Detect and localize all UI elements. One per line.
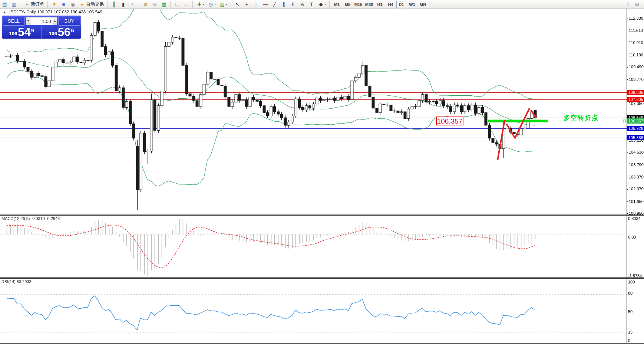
axis-tick-mark xyxy=(627,213,628,214)
price-tick: 103.790 xyxy=(629,163,644,167)
rsi-axis-label: 0 xyxy=(628,338,630,343)
date-axis[interactable]: 16 Jan 202026 Jan 20204 Feb 202013 Feb 2… xyxy=(0,344,644,351)
axis-tick-mark xyxy=(627,79,628,80)
macd-axis-label: -1.5784 xyxy=(628,273,642,278)
chart-title: ▲USDJPY-,Daily 106.971 107.032 106.428 1… xyxy=(3,10,102,14)
mt4-window: ▤▥＋新订单▼☻◉●自动交易║▮≈⊕⊖▦∟∟✚▾◷▾▨▾↖＋|—╱∥FAT◆▾M… xyxy=(0,0,644,351)
volume-up-button[interactable]: ▲ xyxy=(53,17,57,25)
price-annotation-box[interactable]: 106.357 xyxy=(436,117,463,125)
rsi-caption: RSI(14) 53.2933 xyxy=(1,279,32,284)
chart-canvas[interactable] xyxy=(0,0,644,351)
axis-tick-mark xyxy=(627,67,628,68)
price-label-105.926: 105.926 xyxy=(627,126,644,131)
rsi-axis-label: 15 xyxy=(628,330,633,334)
rsi-axis-label: 50 xyxy=(628,309,633,314)
price-tick: 101.650 xyxy=(629,199,644,204)
price-label-108.035: 108.035 xyxy=(627,90,644,95)
buy-price[interactable]: 106566 xyxy=(42,26,82,39)
price-tick: 102.370 xyxy=(629,187,644,191)
price-tick: 110.910 xyxy=(629,40,643,45)
macd-caption: MACD(12,26,9) -0.0310 -0.2648 xyxy=(1,216,60,221)
volume-down-button[interactable]: ▼ xyxy=(26,17,30,25)
price-tick: 103.070 xyxy=(629,175,644,179)
price-label-105.388: 105.388 xyxy=(627,135,644,140)
price-label-106.357: 106.357 xyxy=(627,118,644,124)
price-tick: 111.610 xyxy=(629,28,643,33)
rsi-axis-label: 80 xyxy=(628,291,633,295)
axis-tick-mark xyxy=(627,152,628,153)
axis-tick-mark xyxy=(627,43,628,43)
price-tick: 108.770 xyxy=(629,77,644,82)
sell-button[interactable]: SELL xyxy=(3,17,25,26)
axis-tick-mark xyxy=(627,189,628,190)
collapse-arrow-icon[interactable]: ▲ xyxy=(3,10,6,14)
axis-tick-mark xyxy=(627,104,628,104)
sell-price[interactable]: 106549 xyxy=(2,26,42,39)
macd-axis-label: 0.00 xyxy=(628,235,636,239)
turning-point-label[interactable]: 多空转折点 xyxy=(564,114,599,122)
chart-title-text: USDJPY-,Daily 106.971 107.032 106.428 10… xyxy=(7,10,102,14)
axis-tick-mark xyxy=(627,55,628,55)
buy-button[interactable]: BUY xyxy=(58,17,80,26)
price-tick: 100.950 xyxy=(629,211,644,216)
axis-tick-mark xyxy=(627,201,628,202)
rsi-axis-label: 100 xyxy=(628,280,635,284)
volume-input[interactable] xyxy=(30,17,53,25)
price-tick: 110.190 xyxy=(629,53,643,57)
price-tick: 104.510 xyxy=(629,150,644,154)
axis-tick-mark xyxy=(627,177,628,177)
axis-tick-mark xyxy=(627,31,628,31)
one-click-trading-panel: SELL ▼ ▲ BUY 106549 106566 xyxy=(2,16,81,39)
axis-tick-mark xyxy=(627,165,628,165)
axis-tick-mark xyxy=(627,141,628,141)
price-tick: 109.490 xyxy=(629,65,644,69)
price-label-107.605: 107.605 xyxy=(627,97,644,102)
axis-tick-mark xyxy=(627,19,628,19)
macd-axis-label: 0.8034 xyxy=(628,216,641,221)
price-tick: 112.330 xyxy=(629,16,643,20)
